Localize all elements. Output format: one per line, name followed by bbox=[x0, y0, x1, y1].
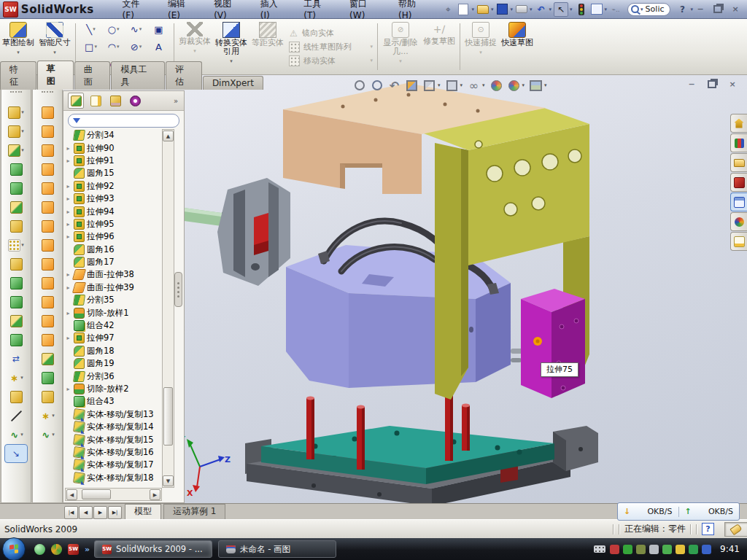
text-tool[interactable]: A bbox=[147, 38, 170, 55]
task-solidworks[interactable]: SWSolidWorks 2009 - ... bbox=[94, 540, 212, 558]
revolved-boss-button[interactable]: ▾ bbox=[1, 122, 31, 141]
plane-button[interactable] bbox=[1, 387, 31, 406]
appearances-scenes-button[interactable] bbox=[730, 212, 747, 231]
open-file-button[interactable] bbox=[476, 3, 489, 16]
scroll-up-button[interactable]: ▲ bbox=[163, 131, 174, 141]
scroll-left-button[interactable]: ◀ bbox=[66, 489, 77, 500]
tree-item[interactable]: 分割36 bbox=[65, 370, 162, 382]
mirror-entities-button[interactable]: ⚠ 镜向实体 bbox=[286, 27, 375, 39]
repair-sketch-button[interactable]: +∕ 修复草图 bbox=[421, 19, 457, 74]
ellipse-tool[interactable]: ⊘▾ bbox=[125, 38, 147, 55]
tree-item[interactable]: ▸拉伸92 bbox=[65, 180, 162, 192]
section-view-icon[interactable] bbox=[406, 79, 418, 92]
chamfer-button[interactable] bbox=[1, 198, 31, 217]
surface-spline-dropdown[interactable]: ▾ bbox=[52, 432, 55, 438]
view-palette-button[interactable] bbox=[730, 192, 747, 211]
dimxpertmanager-tab[interactable] bbox=[127, 93, 143, 109]
network-monitor-widget[interactable]: ↓ OKB/S ↑ OKB/S bbox=[617, 502, 740, 521]
rectangle-dropdown[interactable]: ▾ bbox=[94, 44, 97, 50]
replace-face-button[interactable] bbox=[33, 387, 62, 406]
tree-item[interactable]: 组合43 bbox=[65, 395, 162, 408]
options-button[interactable] bbox=[590, 3, 603, 16]
tree-item[interactable]: 实体-移动/复制15 bbox=[65, 433, 162, 446]
tab-模具工具[interactable]: 模具工具 bbox=[111, 61, 165, 90]
split-button[interactable] bbox=[1, 311, 31, 330]
slide-insert[interactable] bbox=[217, 178, 290, 286]
print-button[interactable] bbox=[515, 3, 528, 16]
expand-arrow[interactable]: ▸ bbox=[65, 310, 71, 316]
scroll-down-button[interactable]: ▼ bbox=[163, 475, 174, 486]
expand-arrow[interactable]: ▸ bbox=[65, 183, 71, 190]
nav-2-button[interactable]: ▶ bbox=[93, 506, 107, 519]
spline-dropdown[interactable]: ▾ bbox=[139, 26, 142, 32]
extend-surface-button[interactable] bbox=[33, 273, 62, 292]
new-file-dropdown[interactable]: ▾ bbox=[471, 7, 474, 12]
thicken-button[interactable] bbox=[33, 330, 62, 349]
swept-surface-button[interactable] bbox=[33, 141, 62, 160]
swept-boss-button[interactable] bbox=[1, 160, 31, 179]
tree-item[interactable]: ▸切除-放样1 bbox=[65, 306, 162, 319]
vertical-scroll-thumb[interactable] bbox=[163, 387, 173, 446]
launcher-icon[interactable] bbox=[51, 544, 62, 555]
surface-spline-button[interactable]: ∿▾ bbox=[33, 425, 62, 444]
extruded-boss-dropdown[interactable]: ▾ bbox=[21, 109, 24, 115]
side-block[interactable] bbox=[521, 289, 585, 398]
expand-arrow[interactable]: ▸ bbox=[65, 284, 71, 291]
help-button[interactable]: ? bbox=[676, 3, 689, 16]
tree-item[interactable]: 实体-移动/复制13 bbox=[65, 408, 162, 421]
header-chevron-icon[interactable]: » bbox=[174, 97, 178, 105]
open-dropdown[interactable]: ▾ bbox=[491, 7, 494, 12]
hide-show-items-icon[interactable]: ∞ bbox=[468, 79, 480, 92]
toolbar-grip[interactable] bbox=[10, 91, 22, 98]
expand-arrow[interactable]: ▸ bbox=[65, 209, 71, 215]
restore-button[interactable] bbox=[711, 4, 725, 15]
pin-icon[interactable]: ⌖ bbox=[441, 3, 454, 16]
point-button[interactable]: ∗▾ bbox=[1, 368, 31, 387]
linear-pattern-dropdown[interactable]: ▾ bbox=[21, 242, 24, 248]
taskbar-clock[interactable]: 9:41 bbox=[720, 544, 740, 554]
nav-3-button[interactable]: ▶| bbox=[108, 506, 122, 519]
doc-restore-button[interactable] bbox=[705, 79, 719, 90]
linear-sketch-pattern-button[interactable]: 线性草图阵列▾ bbox=[286, 41, 375, 53]
tab-草图[interactable]: 草图 bbox=[37, 61, 74, 90]
health-shield-icon[interactable] bbox=[689, 545, 698, 554]
panel-splitter-grip[interactable] bbox=[174, 272, 182, 307]
expand-arrow[interactable]: ▸ bbox=[65, 158, 71, 164]
previous-view-icon[interactable]: ↶ bbox=[388, 79, 400, 92]
tree-item[interactable]: 分割35 bbox=[65, 294, 162, 306]
trim-surface-button[interactable] bbox=[33, 292, 62, 311]
toolbox-button[interactable] bbox=[730, 173, 747, 192]
tab-模型[interactable]: 模型 bbox=[125, 504, 161, 519]
cavity-block[interactable] bbox=[286, 245, 527, 388]
tree-filter-input[interactable] bbox=[68, 114, 179, 128]
tree-item[interactable]: ▸拉伸96 bbox=[65, 230, 162, 243]
save-dropdown[interactable]: ▾ bbox=[511, 7, 514, 12]
design-library-button[interactable] bbox=[730, 133, 747, 152]
tab-曲面[interactable]: 曲面 bbox=[74, 61, 111, 90]
tree-item[interactable]: 圆角17 bbox=[65, 256, 162, 268]
line-dropdown[interactable]: ▾ bbox=[93, 26, 96, 32]
quick-launch-chevron[interactable]: » bbox=[85, 545, 90, 554]
view-orientation-icon[interactable] bbox=[423, 79, 436, 92]
spline-tool-button[interactable]: ∿▾ bbox=[1, 425, 31, 444]
reference-geometry-button[interactable] bbox=[1, 217, 31, 236]
zoom-fit-icon[interactable] bbox=[353, 79, 365, 92]
expand-arrow[interactable]: ▸ bbox=[65, 271, 71, 278]
rapid-sketch-button[interactable]: 快速草图 bbox=[499, 19, 535, 74]
doc-minimize-button[interactable]: − bbox=[684, 79, 699, 90]
expand-arrow[interactable]: ▸ bbox=[65, 335, 71, 341]
axis-button[interactable] bbox=[1, 406, 31, 425]
tree-item[interactable]: ▸拉伸95 bbox=[65, 218, 162, 230]
circle-dropdown[interactable]: ▾ bbox=[117, 26, 120, 32]
tree-item[interactable]: ▸拉伸90 bbox=[65, 141, 162, 154]
solidworks-resources-button[interactable] bbox=[730, 114, 747, 133]
tree-item[interactable]: 实体-移动/复制18 bbox=[65, 472, 162, 484]
expand-arrow[interactable]: ▸ bbox=[65, 145, 71, 152]
draft-button[interactable] bbox=[1, 273, 31, 292]
rectangle-tool[interactable]: □▾ bbox=[80, 38, 102, 55]
search-box[interactable]: ▾ Solic bbox=[627, 3, 670, 16]
rebuild-traffic-light-icon[interactable] bbox=[575, 3, 588, 16]
sync-status-icon[interactable] bbox=[702, 545, 711, 554]
freeform-dropdown[interactable]: ▾ bbox=[52, 413, 55, 419]
selection-box-tool[interactable]: ▣ bbox=[147, 20, 170, 38]
